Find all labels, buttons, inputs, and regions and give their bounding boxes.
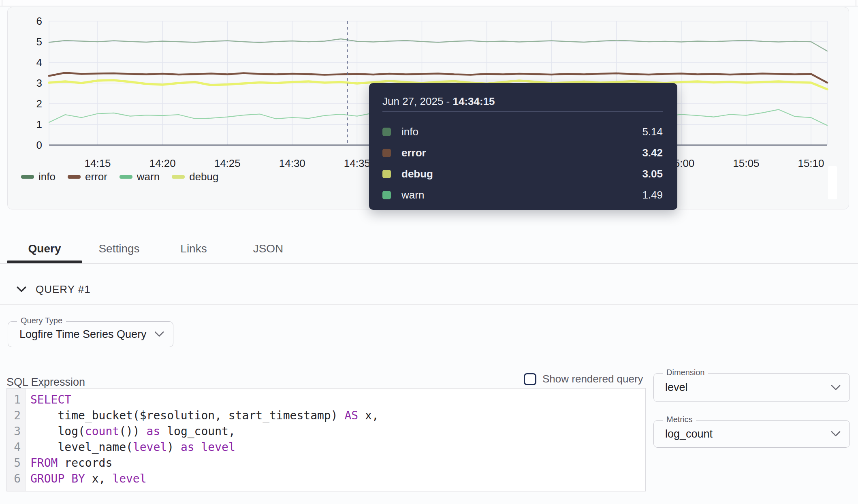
legend-label: warn <box>137 171 160 183</box>
legend-swatch-debug <box>172 175 185 179</box>
code-text: SELECT <box>26 392 71 408</box>
tab-label: Settings <box>98 242 139 255</box>
tab-query[interactable]: Query <box>7 237 82 261</box>
legend-item-warn[interactable]: warn <box>120 171 160 183</box>
tab-settings[interactable]: Settings <box>82 237 156 261</box>
line-number: 6 <box>7 471 26 487</box>
sql-expression-label: SQL Expression <box>6 376 85 389</box>
tooltip-swatch-warn <box>382 191 391 199</box>
query-type-value: Logfire Time Series Query <box>19 322 147 347</box>
show-rendered-query-checkbox[interactable] <box>524 373 536 385</box>
show-rendered-query-toggle: Show rendered query <box>524 373 643 385</box>
tooltip-series-label: info <box>401 126 642 138</box>
legend-swatch-error <box>68 175 81 179</box>
sql-code-lines: 1SELECT2 time_bucket($resolution, start_… <box>7 392 645 487</box>
code-line-6: 6GROUP BY x, level <box>7 471 645 487</box>
tooltip-series-value: 5.14 <box>642 126 663 138</box>
query-section-header[interactable]: QUERY #1 <box>16 283 91 296</box>
legend-item-error[interactable]: error <box>68 171 107 183</box>
legend-label: debug <box>189 171 218 183</box>
tooltip-swatch-debug <box>382 170 391 178</box>
tooltip-series-label: debug <box>401 168 642 180</box>
tab-label: JSON <box>253 242 284 255</box>
chevron-down-icon <box>154 331 164 337</box>
tab-json[interactable]: JSON <box>231 237 305 261</box>
outer-border-right <box>856 0 856 6</box>
code-line-5: 5FROM records <box>7 455 645 471</box>
line-number: 2 <box>7 408 26 423</box>
legend-label: error <box>85 171 107 183</box>
code-line-1: 1SELECT <box>7 392 645 408</box>
tab-label: Links <box>180 242 207 255</box>
tooltip-series-label: error <box>401 147 642 159</box>
tooltip-rows: info5.14error3.42debug3.05warn1.49 <box>382 121 663 205</box>
tab-bar-divider <box>0 263 858 264</box>
metrics-value: log_count <box>665 421 713 447</box>
code-text: GROUP BY x, level <box>26 471 147 487</box>
legend-swatch-warn <box>120 175 132 179</box>
dimension-select[interactable]: Dimension level <box>653 373 850 402</box>
outer-border-left <box>2 0 2 6</box>
panel-editor: 012345614:1514:2014:2514:3014:3514:4014:… <box>0 0 858 504</box>
line-number: 4 <box>7 439 26 455</box>
chevron-down-icon <box>831 384 841 391</box>
code-text: FROM records <box>26 455 112 471</box>
line-number: 3 <box>7 423 26 439</box>
tab-links[interactable]: Links <box>156 237 231 261</box>
tab-bar: QuerySettingsLinksJSON <box>7 237 305 261</box>
code-line-3: 3 log(count()) as log_count, <box>7 423 645 439</box>
query-section-title: QUERY #1 <box>36 283 91 296</box>
tooltip-swatch-info <box>382 128 391 136</box>
tooltip-timestamp: Jun 27, 2025 - 14:34:15 <box>382 95 495 108</box>
dimension-value: level <box>665 374 688 401</box>
legend-swatch-info <box>21 175 34 179</box>
legend-item-debug[interactable]: debug <box>172 171 218 183</box>
chart-tooltip: Jun 27, 2025 - 14:34:15 info5.14error3.4… <box>369 83 677 210</box>
chart-legend: infoerrorwarndebug <box>21 171 219 183</box>
tooltip-row-error: error3.42 <box>382 142 663 163</box>
code-line-4: 4 level_name(level) as level <box>7 439 645 455</box>
query-type-select[interactable]: Query Type Logfire Time Series Query <box>8 321 173 347</box>
tooltip-series-value: 3.05 <box>642 168 663 180</box>
tooltip-row-warn: warn1.49 <box>382 184 663 205</box>
code-text: level_name(level) as level <box>26 439 235 455</box>
line-number: 5 <box>7 455 26 471</box>
code-text: log(count()) as log_count, <box>26 423 235 439</box>
line-number: 1 <box>7 392 26 408</box>
legend-label: info <box>38 171 55 183</box>
top-divider <box>0 0 858 6</box>
chevron-down-icon[interactable] <box>16 286 27 293</box>
active-tab-underline <box>7 261 82 263</box>
code-text: time_bucket($resolution, start_timestamp… <box>26 408 379 423</box>
metrics-select[interactable]: Metrics log_count <box>653 420 850 448</box>
legend-item-info[interactable]: info <box>21 171 55 183</box>
tooltip-series-label: warn <box>401 189 642 201</box>
tooltip-series-value: 1.49 <box>642 189 663 201</box>
tooltip-row-debug: debug3.05 <box>382 163 663 184</box>
code-line-2: 2 time_bucket($resolution, start_timesta… <box>7 408 645 423</box>
tab-label: Query <box>28 242 61 255</box>
query-section-divider <box>0 304 858 305</box>
tooltip-swatch-error <box>382 149 391 157</box>
tooltip-divider <box>382 111 663 112</box>
show-rendered-query-label[interactable]: Show rendered query <box>542 373 643 385</box>
tooltip-series-value: 3.42 <box>642 147 663 159</box>
scrollbar-thumb[interactable] <box>828 166 837 199</box>
tooltip-row-info: info5.14 <box>382 121 663 142</box>
sql-code-editor[interactable]: 1SELECT2 time_bucket($resolution, start_… <box>6 388 646 491</box>
chevron-down-icon <box>831 431 841 437</box>
